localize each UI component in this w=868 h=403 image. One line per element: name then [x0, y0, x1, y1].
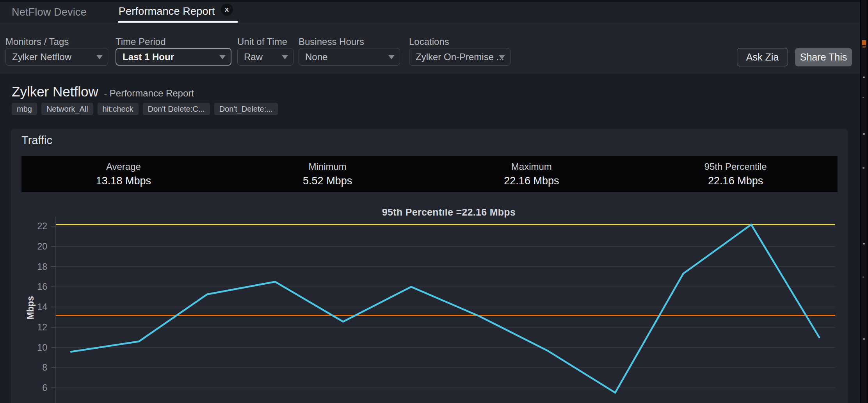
monitor-name: Zylker Netflow	[12, 84, 98, 99]
minimap-marker	[863, 133, 865, 135]
tab-performance-report-label: Performance Report	[119, 5, 215, 18]
stat-minimum-label: Minimum	[308, 161, 346, 172]
ask-zia-button[interactable]: Ask Zia	[737, 48, 788, 66]
locations-label: Locations	[409, 36, 449, 47]
minimap-marker	[863, 338, 865, 340]
tag-chip[interactable]: Network_All	[41, 103, 93, 115]
report-title: Zylker Netflow - Performance Report	[12, 84, 194, 100]
scrollbar-track[interactable]	[861, 0, 867, 403]
monitors-tags-select[interactable]: Zylker Netflow	[5, 48, 108, 66]
stat-maximum: Maximum 22.16 Mbps	[430, 156, 634, 192]
minimap-marker	[863, 167, 864, 169]
time-period-value: Last 1 Hour	[123, 52, 174, 62]
stat-minimum-value: 5.52 Mbps	[303, 175, 352, 187]
y-axis-title: Mbps	[25, 296, 36, 319]
locations-select[interactable]: Zylker On-Premise ...	[409, 48, 510, 66]
tab-bar: NetFlow Device Performance Report X	[0, 2, 868, 23]
locations-value: Zylker On-Premise ...	[416, 52, 504, 62]
stat-95th-value: 22.16 Mbps	[708, 175, 763, 187]
minimap-marker	[863, 243, 865, 244]
tag-chip[interactable]: Don't Delete:C...	[143, 103, 210, 115]
minimap-marker	[863, 97, 864, 98]
tab-netflow-device[interactable]: NetFlow Device	[12, 6, 87, 18]
time-period-select[interactable]: Last 1 Hour	[116, 48, 231, 66]
unit-of-time-label: Unit of Time	[237, 36, 287, 47]
stat-average-value: 13.18 Mbps	[96, 175, 151, 187]
minimap-marker	[863, 46, 866, 48]
y-tick-label: 20	[37, 241, 47, 251]
y-tick-label: 6	[42, 383, 47, 393]
traffic-section-title: Traffic	[21, 134, 52, 147]
minimap-marker	[863, 77, 865, 78]
y-tick-label: 14	[37, 302, 47, 312]
y-tick-label: 18	[37, 262, 47, 272]
business-hours-label: Business Hours	[299, 36, 364, 47]
tag-chip[interactable]: mbg	[12, 103, 37, 115]
chevron-down-icon	[219, 55, 226, 59]
business-hours-value: None	[305, 52, 327, 62]
stat-maximum-label: Maximum	[511, 161, 552, 172]
monitors-tags-label: Monitors / Tags	[5, 36, 69, 47]
tag-list: mbg Network_All hit:check Don't Delete:C…	[12, 103, 278, 115]
traffic-stats-bar: Average 13.18 Mbps Minimum 5.52 Mbps Max…	[21, 156, 838, 192]
y-tick-label: 22	[37, 221, 47, 231]
chevron-down-icon	[96, 55, 103, 59]
time-period-label: Time Period	[116, 36, 165, 47]
chevron-down-icon	[499, 55, 505, 59]
traffic-card: Traffic Average 13.18 Mbps Minimum 5.52 …	[11, 129, 848, 403]
y-tick-label: 12	[37, 322, 47, 332]
stat-minimum: Minimum 5.52 Mbps	[226, 156, 430, 192]
stat-average: Average 13.18 Mbps	[21, 156, 226, 192]
scrollbar-minimap[interactable]	[860, 0, 868, 403]
business-hours-select[interactable]: None	[299, 48, 400, 66]
chevron-down-icon	[388, 55, 395, 59]
share-this-button[interactable]: Share This	[795, 48, 852, 66]
tag-chip[interactable]: Don't_Delete:...	[214, 103, 278, 115]
stat-95th-percentile: 95th Percentile 22.16 Mbps	[633, 156, 838, 192]
close-tab-icon[interactable]: X	[221, 4, 233, 16]
filter-bar: Monitors / Tags Zylker Netflow Time Peri…	[0, 23, 868, 74]
unit-of-time-value: Raw	[244, 52, 263, 62]
minimap-marker	[863, 276, 864, 278]
tab-performance-report[interactable]: Performance Report X	[118, 2, 238, 23]
unit-of-time-select[interactable]: Raw	[237, 48, 293, 66]
monitors-tags-value: Zylker Netflow	[12, 52, 71, 62]
report-subtitle: - Performance Report	[104, 88, 194, 98]
y-tick-label: 8	[42, 362, 47, 373]
tag-chip[interactable]: hit:check	[98, 103, 139, 115]
chevron-down-icon	[282, 55, 288, 59]
traffic-line-chart[interactable]: 2220181614121086Mbps	[11, 207, 848, 403]
y-tick-label: 10	[37, 342, 47, 353]
minimap-marker	[862, 40, 866, 45]
stat-average-label: Average	[106, 161, 141, 172]
y-tick-label: 16	[37, 282, 47, 292]
stat-maximum-value: 22.16 Mbps	[504, 175, 559, 187]
stat-95th-label: 95th Percentile	[704, 161, 767, 172]
